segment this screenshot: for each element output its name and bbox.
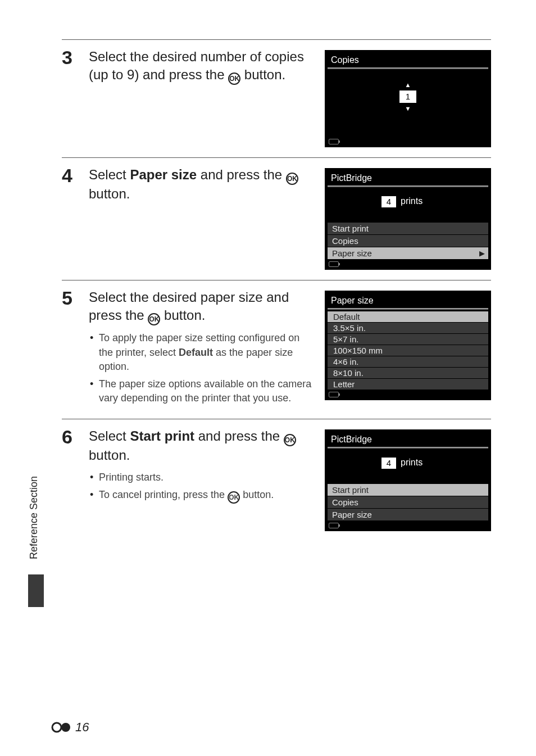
ok-icon: OK (228, 491, 240, 504)
text-bold: Paper size (130, 167, 197, 182)
paper-option[interactable]: 5×7 in. (328, 333, 488, 345)
prints-label: prints (401, 458, 423, 468)
ok-icon: OK (228, 73, 240, 85)
prints-label: prints (401, 196, 423, 206)
paper-option[interactable]: Letter (328, 378, 488, 390)
step-number: 5 (62, 288, 89, 409)
menu-start-print[interactable]: Start print (328, 483, 488, 496)
battery-icon (329, 523, 339, 528)
prints-count: 4 (381, 458, 396, 469)
paper-option-default[interactable]: Default (328, 311, 488, 322)
step-title: Select the desired paper size and press … (89, 288, 315, 325)
text: button. (240, 67, 285, 82)
step-number: 4 (62, 166, 89, 270)
lcd-title: Copies (325, 54, 490, 67)
side-tab-label: Reference Section (28, 464, 40, 571)
text: and press the (197, 167, 286, 182)
ok-icon: OK (284, 434, 296, 446)
text: button. (89, 447, 130, 463)
step-5: 5 Select the desired paper size and pres… (62, 280, 491, 419)
ok-icon: OK (148, 313, 160, 325)
text-bold: Default (179, 347, 213, 358)
text: and press the (194, 428, 284, 443)
text: button. (89, 186, 130, 201)
step-3: 3 Select the desired number of copies (u… (62, 39, 491, 157)
svg-point-1 (61, 723, 70, 732)
step-body: Select the desired number of copies (up … (89, 48, 325, 147)
step-title: Select Start print and press the OK butt… (89, 427, 315, 464)
bullet: The paper size options available on the … (89, 377, 315, 405)
menu-label: Paper size (332, 248, 372, 258)
step-body: Select the desired paper size and press … (89, 288, 325, 409)
step-4: 4 Select Paper size and press the OK but… (62, 157, 491, 280)
step-6: 6 Select Start print and press the OK bu… (62, 419, 491, 541)
camera-screen-pictbridge-start: PictBridge 4 prints Start print Copies P… (325, 429, 491, 531)
prints-count: 4 (381, 196, 396, 207)
menu-copies[interactable]: Copies (328, 496, 488, 508)
text: Select (89, 428, 130, 443)
text-bold: Start print (130, 428, 194, 443)
bullet: Printing starts. (89, 470, 315, 485)
menu-paper-size[interactable]: Paper size ▶ (328, 247, 488, 259)
svg-point-0 (52, 723, 61, 732)
step-title: Select Paper size and press the OK butto… (89, 166, 315, 203)
menu-start-print[interactable]: Start print (328, 222, 488, 234)
paper-option[interactable]: 4×6 in. (328, 356, 488, 367)
side-tab: Reference Section (28, 464, 45, 588)
chevron-right-icon: ▶ (479, 249, 485, 257)
divider (328, 185, 488, 187)
lcd-title: PictBridge (325, 433, 490, 447)
text: button. (240, 489, 274, 500)
step-title: Select the desired number of copies (up … (89, 48, 315, 85)
text: To cancel printing, press the (99, 489, 228, 500)
bullet: To apply the paper size setting configur… (89, 331, 315, 374)
side-tab-marker (28, 574, 44, 607)
step-number: 6 (62, 427, 89, 531)
bullet: To cancel printing, press the OK button. (89, 488, 315, 504)
step-body: Select Paper size and press the OK butto… (89, 166, 325, 270)
step-number: 3 (62, 48, 89, 147)
text: button. (160, 307, 205, 323)
divider (328, 447, 488, 449)
copies-value[interactable]: 1 (399, 90, 416, 103)
page-footer: 16 (51, 720, 89, 735)
lcd-title: PictBridge (325, 172, 490, 185)
battery-icon (329, 392, 339, 397)
menu-copies[interactable]: Copies (328, 234, 488, 247)
ok-icon: OK (286, 173, 298, 185)
camera-screen-copies: Copies ▲ 1 ▼ (325, 50, 491, 147)
lcd-title: Paper size (325, 295, 490, 308)
menu-paper-size[interactable]: Paper size (328, 508, 488, 520)
text: Select (89, 167, 130, 182)
link-icon (51, 721, 73, 734)
step-body: Select Start print and press the OK butt… (89, 427, 325, 531)
page-number: 16 (75, 720, 89, 735)
paper-option[interactable]: 100×150 mm (328, 345, 488, 356)
battery-icon (329, 261, 339, 267)
battery-icon (329, 139, 339, 144)
arrow-down-icon[interactable]: ▼ (405, 105, 411, 112)
camera-screen-paper-size: Paper size Default 3.5×5 in. 5×7 in. 100… (325, 291, 491, 409)
paper-option[interactable]: 8×10 in. (328, 367, 488, 378)
divider (328, 308, 488, 310)
paper-option[interactable]: 3.5×5 in. (328, 322, 488, 333)
camera-screen-pictbridge: PictBridge 4 prints Start print Copies P… (325, 168, 491, 270)
arrow-up-icon[interactable]: ▲ (405, 82, 411, 88)
